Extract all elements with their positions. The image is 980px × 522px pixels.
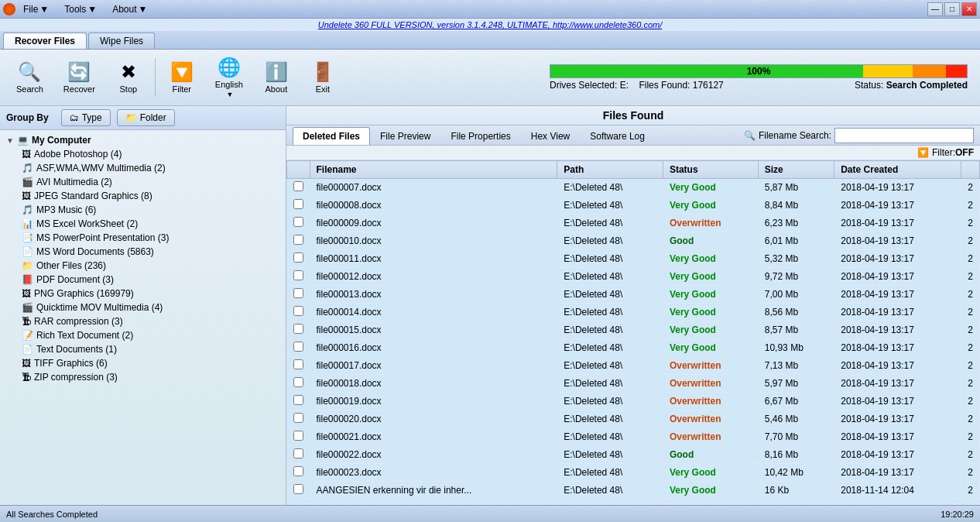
- row-checkbox[interactable]: [293, 235, 303, 245]
- row-checkbox[interactable]: [293, 359, 303, 369]
- tree-item[interactable]: 📑MS PowerPoint Presentation (3): [3, 231, 283, 245]
- about-button[interactable]: ℹ️ About: [253, 57, 300, 98]
- tab-recover-files[interactable]: Recover Files: [3, 33, 87, 49]
- tree-item[interactable]: 🖼PNG Graphics (169979): [3, 287, 283, 300]
- tree-item[interactable]: 🗜ZIP compression (3): [3, 370, 283, 384]
- row-checkbox[interactable]: [293, 181, 303, 191]
- row-checkbox[interactable]: [293, 252, 303, 263]
- row-checkbox[interactable]: [293, 199, 303, 209]
- row-checkbox[interactable]: [293, 484, 303, 494]
- row-checkbox-cell[interactable]: [287, 321, 310, 339]
- row-checkbox[interactable]: [293, 466, 303, 476]
- row-checkbox-cell[interactable]: [287, 232, 310, 250]
- tree-item[interactable]: 🎬AVI Multimedia (2): [3, 175, 283, 189]
- row-checkbox-cell[interactable]: [287, 428, 310, 446]
- toolbar: 🔍 Search 🔄 Recover ✖ Stop 🔽 Filter 🌐 Eng…: [0, 50, 980, 106]
- menu-file[interactable]: File ▼: [20, 4, 52, 15]
- inner-tab-file-preview[interactable]: File Preview: [370, 127, 440, 145]
- row-checkbox[interactable]: [293, 288, 303, 298]
- exit-button[interactable]: 🚪 Exit: [300, 57, 346, 98]
- menu-about[interactable]: About ▼: [109, 4, 150, 15]
- col-date-created[interactable]: Date Created: [834, 161, 961, 179]
- app-icon: [3, 3, 15, 15]
- row-checkbox-cell[interactable]: [287, 357, 310, 375]
- group-by-type-button[interactable]: 🗂 Type: [61, 109, 111, 126]
- maximize-button[interactable]: □: [944, 2, 960, 16]
- row-checkbox[interactable]: [293, 413, 303, 423]
- row-date: 2018-04-19 13:17: [834, 428, 961, 446]
- english-button[interactable]: 🌐 English ▼: [205, 53, 253, 102]
- tree-items-container: 🖼Adobe Photoshop (4)🎵ASF,WMA,WMV Multime…: [3, 147, 283, 384]
- row-checkbox[interactable]: [293, 395, 303, 405]
- app-link[interactable]: Undelete 360 FULL VERSION, version 3.1.4…: [318, 20, 663, 29]
- tree-item[interactable]: 📄Text Documents (1): [3, 342, 283, 356]
- row-checkbox[interactable]: [293, 270, 303, 280]
- row-checkbox-cell[interactable]: [287, 339, 310, 357]
- col-filename[interactable]: Filename: [310, 161, 557, 179]
- row-checkbox[interactable]: [293, 431, 303, 441]
- file-table-wrapper[interactable]: Filename Path Status Size Date Created f…: [286, 160, 980, 505]
- row-checkbox-cell[interactable]: [287, 410, 310, 428]
- exit-icon: 🚪: [311, 61, 334, 83]
- row-checkbox[interactable]: [293, 342, 303, 352]
- tree-item[interactable]: 📁Other Files (236): [3, 259, 283, 273]
- col-path[interactable]: Path: [557, 161, 663, 179]
- tree-item[interactable]: 🗜RAR compression (3): [3, 314, 283, 328]
- row-checkbox-cell[interactable]: [287, 393, 310, 410]
- row-checkbox[interactable]: [293, 306, 303, 316]
- inner-tab-deleted-files[interactable]: Deleted Files: [293, 127, 370, 145]
- row-checkbox-cell[interactable]: [287, 250, 310, 268]
- title-bar-left: File ▼ Tools ▼ About ▼: [3, 3, 153, 15]
- row-checkbox-cell[interactable]: [287, 179, 310, 197]
- row-checkbox[interactable]: [293, 377, 303, 387]
- row-checkbox-cell[interactable]: [287, 375, 310, 393]
- tree-item[interactable]: 📕PDF Document (3): [3, 273, 283, 287]
- col-status[interactable]: Status: [663, 161, 758, 179]
- tree-item[interactable]: 📊MS Excel WorkSheet (2): [3, 217, 283, 231]
- row-checkbox-cell[interactable]: [287, 304, 310, 321]
- file-table: Filename Path Status Size Date Created f…: [286, 160, 980, 500]
- tree-root-my-computer[interactable]: ▼ 💻 My Computer: [3, 133, 283, 147]
- title-bar: File ▼ Tools ▼ About ▼ — □ ✕: [0, 0, 980, 19]
- tree-item[interactable]: 📝Rich Text Document (2): [3, 328, 283, 342]
- row-filename: file000019.docx: [310, 393, 557, 410]
- row-checkbox[interactable]: [293, 448, 303, 458]
- col-size[interactable]: Size: [758, 161, 834, 179]
- tree-item[interactable]: 🖼JPEG Standard Graphics (8): [3, 189, 283, 203]
- row-status: Overwritten: [663, 393, 758, 410]
- group-by-folder-button[interactable]: 📁 Folder: [117, 109, 175, 126]
- inner-tab-software-log[interactable]: Software Log: [580, 127, 655, 145]
- row-checkbox-cell[interactable]: [287, 268, 310, 286]
- tab-wipe-files[interactable]: Wipe Files: [88, 33, 155, 49]
- row-checkbox-cell[interactable]: [287, 197, 310, 215]
- stop-button[interactable]: ✖ Stop: [105, 57, 152, 98]
- row-filename: file000008.docx: [310, 197, 557, 215]
- inner-tab-file-properties[interactable]: File Properties: [440, 127, 520, 145]
- filter-button[interactable]: 🔽 Filter: [159, 57, 205, 98]
- row-checkbox[interactable]: [293, 324, 303, 334]
- tree-item[interactable]: 🖼Adobe Photoshop (4): [3, 147, 283, 161]
- minimize-button[interactable]: —: [927, 2, 943, 16]
- row-checkbox-cell[interactable]: [287, 286, 310, 304]
- filename-search-input[interactable]: [834, 128, 974, 143]
- search-button[interactable]: 🔍 Search: [6, 57, 53, 98]
- row-checkbox-cell[interactable]: [287, 215, 310, 232]
- tree-item-icon: 🗜: [22, 316, 31, 327]
- inner-tab-hex-view[interactable]: Hex View: [521, 127, 580, 145]
- close-button[interactable]: ✕: [961, 2, 977, 16]
- tree-item[interactable]: 🎬Quicktime MOV Multimedia (4): [3, 300, 283, 314]
- recover-button[interactable]: 🔄 Recover: [53, 57, 105, 98]
- tree-item[interactable]: 🎵MP3 Music (6): [3, 203, 283, 217]
- row-checkbox-cell[interactable]: [287, 446, 310, 464]
- tree-item[interactable]: 🎵ASF,WMA,WMV Multimedia (2): [3, 161, 283, 175]
- menu-tools[interactable]: Tools ▼: [61, 4, 100, 15]
- tree-item[interactable]: 🖼TIFF Graphics (6): [3, 356, 283, 370]
- row-size: 5,87 Mb: [758, 179, 834, 197]
- row-size: 8,57 Mb: [758, 321, 834, 339]
- row-checkbox[interactable]: [293, 217, 303, 227]
- row-checkbox-cell[interactable]: [287, 482, 310, 500]
- row-checkbox-cell[interactable]: [287, 464, 310, 482]
- table-row: file000015.docx E:\Deleted 48\ Very Good…: [287, 321, 980, 339]
- tree-item[interactable]: 📄MS Word Documents (5863): [3, 245, 283, 259]
- row-filename: file000018.docx: [310, 375, 557, 393]
